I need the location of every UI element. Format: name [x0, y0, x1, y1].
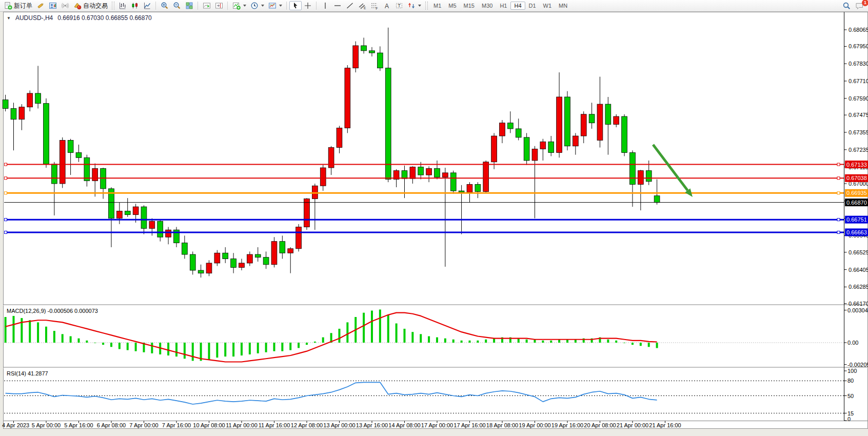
macd-histogram-bar	[648, 343, 650, 347]
candle-body	[214, 253, 220, 263]
candle-body	[654, 196, 660, 203]
candle-body	[418, 167, 424, 175]
candle-body	[500, 123, 505, 136]
rsi-tick-label: 50	[847, 393, 854, 399]
macd-histogram-bar	[518, 339, 520, 343]
candle-body	[19, 107, 25, 120]
search-button[interactable]	[840, 1, 853, 10]
autotrading-label: 自动交易	[83, 2, 108, 10]
crosshair-tool-button[interactable]	[302, 1, 314, 10]
horizontal-line-tool-button[interactable]	[331, 1, 344, 10]
macd-histogram-bar	[607, 340, 609, 343]
time-tick-label: 6 Apr 08:00	[97, 422, 126, 428]
candle-body	[467, 184, 472, 192]
timeframe-h4-button[interactable]: H4	[510, 2, 525, 10]
text-label-icon: T	[395, 2, 403, 10]
toolbar-separator	[425, 2, 428, 10]
timeframe-mn-button[interactable]: MN	[555, 2, 571, 10]
metaeditor-button[interactable]	[34, 1, 47, 10]
chart-shift-button[interactable]	[213, 1, 225, 10]
candle-body	[557, 97, 562, 152]
timeframe-h1-button[interactable]: H1	[496, 2, 510, 10]
price-badge-label: 0.66935	[846, 190, 867, 196]
timeframe-d1-button[interactable]: D1	[525, 2, 540, 10]
macd-histogram-bar	[224, 343, 226, 356]
candle-body	[157, 221, 163, 237]
time-tick-label: 7 Apr 16:00	[162, 422, 191, 428]
timeframe-w1-button[interactable]: W1	[540, 2, 556, 10]
label-tool-button[interactable]: T	[393, 1, 405, 10]
toolbar: 新订单 自动交易	[0, 0, 868, 12]
macd-histogram-bar	[135, 343, 137, 351]
tile-windows-button[interactable]	[183, 1, 195, 10]
signals-button[interactable]	[59, 1, 71, 10]
macd-histogram-bar	[403, 329, 405, 343]
market-watch-button[interactable]	[47, 1, 59, 10]
indicators-button[interactable]	[230, 1, 248, 10]
line-chart-button[interactable]	[141, 1, 153, 10]
timeframe-m30-button[interactable]: M30	[478, 2, 496, 10]
chart-canvas[interactable]: 0.680650.679500.678300.677100.675900.674…	[0, 0, 868, 436]
indicators-icon	[232, 2, 241, 10]
price-badge-label: 0.66870	[846, 200, 867, 206]
candle-body	[638, 171, 643, 185]
candle-body	[35, 93, 41, 104]
timeframe-m5-button[interactable]: M5	[445, 2, 460, 10]
macd-histogram-bar	[306, 343, 308, 345]
candle-body	[133, 207, 139, 214]
macd-histogram-bar	[526, 340, 528, 343]
candle-body	[565, 97, 570, 146]
timeframe-m15-button[interactable]: M15	[460, 2, 478, 10]
text-icon: A	[383, 2, 391, 10]
chevron-down-icon	[261, 5, 264, 7]
candle-body	[646, 171, 652, 182]
templates-button[interactable]	[266, 1, 284, 10]
timeframe-m1-button[interactable]: M1	[430, 2, 445, 10]
line-anchor-handle	[837, 231, 840, 233]
candle-body	[84, 157, 90, 181]
price-tick-label: 0.67590	[849, 95, 868, 102]
fibonacci-tool-button[interactable]: F	[368, 1, 381, 10]
toolbar-separator	[112, 2, 114, 10]
macd-histogram-bar	[77, 339, 80, 343]
time-tick-label: 10 Apr 08:00	[193, 422, 225, 428]
candle-body	[247, 254, 252, 263]
zoom-out-button[interactable]	[171, 1, 183, 10]
macd-histogram-bar	[289, 343, 291, 350]
notification-badge: 1	[862, 0, 868, 6]
time-tick-label: 19 Apr 16:00	[551, 422, 583, 428]
macd-histogram-bar	[436, 338, 438, 343]
macd-histogram-bar	[12, 316, 14, 343]
new-order-icon	[4, 2, 12, 10]
symbol-dropdown-icon[interactable]: ▼	[7, 16, 11, 21]
cursor-tool-button[interactable]	[289, 1, 302, 10]
macd-histogram-bar	[45, 327, 47, 343]
periods-button[interactable]	[248, 1, 266, 10]
zoom-in-button[interactable]	[159, 1, 171, 10]
price-badge-label: 0.66663	[846, 229, 867, 235]
auto-scroll-button[interactable]	[201, 1, 213, 10]
autotrading-button[interactable]: 自动交易	[71, 1, 110, 10]
vertical-line-tool-button[interactable]	[319, 1, 331, 10]
candle-body	[402, 171, 407, 179]
candlestick-chart-button[interactable]	[129, 1, 141, 10]
bar-chart-button[interactable]	[116, 1, 129, 10]
chart-shift-icon	[215, 2, 223, 10]
arrows-tool-button[interactable]	[405, 1, 423, 10]
price-tick-label: 0.66405	[849, 267, 868, 273]
candle-body	[44, 104, 49, 164]
macd-histogram-bar	[94, 343, 96, 343]
candle-body	[435, 168, 440, 177]
macd-histogram-bar	[281, 343, 283, 351]
text-tool-button[interactable]: A	[381, 1, 393, 10]
auto-scroll-icon	[203, 2, 211, 10]
notifications-button[interactable]: 1	[853, 1, 866, 10]
channel-tool-button[interactable]: E	[356, 1, 368, 10]
candle-body	[605, 104, 611, 124]
macd-histogram-bar	[241, 343, 243, 355]
candle-body	[459, 191, 464, 192]
new-order-button[interactable]: 新订单	[2, 1, 34, 10]
trendline-tool-button[interactable]	[344, 1, 356, 10]
candle-body	[450, 173, 456, 191]
price-tick-label: 0.67475	[849, 112, 868, 118]
